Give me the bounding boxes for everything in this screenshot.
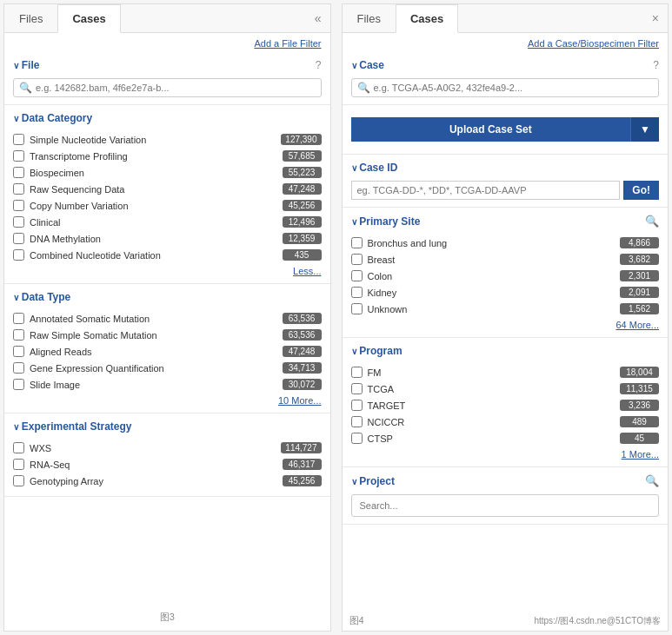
program-checkbox-3[interactable]: [351, 416, 363, 427]
program-item-1: TCGA 11,315: [351, 380, 660, 397]
case-section-title[interactable]: Case: [351, 59, 384, 71]
data-category-less-link[interactable]: Less...: [13, 263, 322, 276]
data-type-checkbox-0[interactable]: [13, 313, 24, 324]
primary-site-title[interactable]: Primary Site: [351, 215, 421, 228]
data-type-section: Data Type Annotated Somatic Mutation 63,…: [4, 284, 330, 413]
primary-site-checkbox-2[interactable]: [351, 270, 363, 281]
case-id-go-button[interactable]: Go!: [623, 181, 659, 200]
file-section-title[interactable]: File: [13, 59, 39, 71]
data-type-checkbox-4[interactable]: [13, 379, 24, 390]
left-tab-cases[interactable]: Cases: [57, 4, 120, 33]
primary-site-label-2: Colon: [368, 271, 621, 281]
data-type-count-0: 63,536: [283, 313, 322, 324]
data-category-label-3: Raw Sequencing Data: [30, 184, 283, 195]
add-file-filter-link[interactable]: Add a File Filter: [4, 33, 330, 52]
data-type-item-1: Raw Simple Somatic Mutation 63,536: [13, 327, 322, 343]
data-category-count-0: 127,390: [281, 134, 321, 145]
exp-strategy-item-0: WXS 114,727: [13, 440, 322, 456]
data-category-label-2: Biospecimen: [30, 168, 283, 178]
primary-site-checkbox-1[interactable]: [351, 254, 363, 265]
data-category-checkbox-7[interactable]: [13, 249, 24, 261]
right-collapse-icon[interactable]: ×: [643, 4, 668, 32]
case-search-input[interactable]: [374, 83, 654, 93]
add-case-filter-link[interactable]: Add a Case/Biospecimen Filter: [343, 33, 669, 52]
case-search-icon: 🔍: [357, 82, 370, 94]
upload-dropdown-arrow[interactable]: ▼: [630, 117, 659, 142]
right-tabs: Files Cases ×: [343, 4, 669, 33]
data-category-checkbox-2[interactable]: [13, 167, 24, 178]
project-search-icon[interactable]: 🔍: [645, 474, 659, 487]
upload-case-set-button[interactable]: Upload Case Set: [351, 117, 631, 142]
data-type-count-1: 63,536: [283, 329, 322, 341]
program-checkbox-0[interactable]: [351, 367, 363, 378]
primary-site-checkbox-3[interactable]: [351, 287, 363, 298]
data-type-checkbox-2[interactable]: [13, 346, 24, 357]
primary-site-checkbox-0[interactable]: [351, 237, 363, 248]
project-title[interactable]: Project: [351, 475, 395, 487]
file-section: File ? 🔍: [4, 52, 330, 105]
data-type-title[interactable]: Data Type: [13, 291, 70, 303]
exp-strategy-checkbox-1[interactable]: [13, 459, 24, 470]
experimental-strategy-section: Experimental Strategy WXS 114,727 RNA-Se…: [4, 413, 330, 497]
case-help-icon[interactable]: ?: [653, 59, 659, 71]
program-section: Program FM 18,004 TCGA 11,315 TARGET 3,2…: [343, 338, 669, 467]
primary-site-header: Primary Site 🔍: [351, 215, 660, 228]
exp-strategy-label-2: Genotyping Array: [30, 476, 283, 486]
case-id-input[interactable]: [351, 181, 621, 200]
program-checkbox-2[interactable]: [351, 400, 363, 411]
data-category-title[interactable]: Data Category: [13, 112, 92, 124]
project-search-input[interactable]: [357, 498, 654, 513]
program-item-3: NCICCR 489: [351, 413, 660, 430]
data-type-item-2: Aligned Reads 47,248: [13, 343, 322, 360]
experimental-strategy-title[interactable]: Experimental Strategy: [13, 420, 132, 433]
data-category-count-7: 435: [283, 249, 322, 261]
data-type-checkbox-1[interactable]: [13, 329, 24, 341]
program-count-2: 3,236: [620, 400, 659, 411]
program-item-4: CTSP 45: [351, 430, 660, 446]
data-type-label-4: Slide Image: [30, 380, 283, 390]
case-id-section: Case ID Go!: [343, 155, 669, 208]
primary-site-item-2: Colon 2,301: [351, 268, 660, 284]
left-tab-files[interactable]: Files: [4, 4, 57, 33]
primary-site-label-3: Kidney: [368, 288, 621, 298]
primary-site-label-0: Bronchus and lung: [368, 238, 621, 248]
data-type-checkbox-3[interactable]: [13, 362, 24, 374]
data-category-checkbox-5[interactable]: [13, 216, 24, 228]
primary-site-more-link[interactable]: 64 More...: [351, 317, 660, 330]
data-category-label-4: Copy Number Variation: [30, 201, 283, 211]
data-type-count-2: 47,248: [283, 346, 322, 357]
right-tab-cases[interactable]: Cases: [396, 4, 458, 33]
file-help-icon[interactable]: ?: [316, 59, 322, 71]
data-category-checkbox-3[interactable]: [13, 183, 24, 195]
exp-strategy-checkbox-0[interactable]: [13, 442, 24, 453]
data-category-item-6: DNA Methylation 12,359: [13, 230, 322, 247]
data-category-checkbox-0[interactable]: [13, 134, 24, 145]
program-checkbox-1[interactable]: [351, 383, 363, 394]
data-type-label-2: Aligned Reads: [30, 347, 283, 357]
experimental-strategy-header: Experimental Strategy: [13, 420, 322, 433]
program-title[interactable]: Program: [351, 345, 403, 357]
program-checkbox-4[interactable]: [351, 433, 363, 444]
primary-site-item-1: Breast 3,682: [351, 251, 660, 268]
data-category-checkbox-1[interactable]: [13, 150, 24, 162]
exp-strategy-checkbox-2[interactable]: [13, 475, 24, 486]
case-section: Case ? 🔍: [343, 52, 669, 105]
left-collapse-icon[interactable]: «: [306, 4, 330, 32]
right-tab-files[interactable]: Files: [343, 4, 396, 33]
data-category-checkbox-4[interactable]: [13, 200, 24, 211]
program-more-link[interactable]: 1 More...: [351, 446, 660, 460]
primary-site-count-1: 3,682: [620, 254, 659, 265]
data-category-checkbox-6[interactable]: [13, 233, 24, 244]
data-type-more-link[interactable]: 10 More...: [13, 393, 322, 406]
primary-site-checkbox-4[interactable]: [351, 303, 363, 314]
primary-site-item-4: Unknown 1,562: [351, 301, 660, 317]
left-bottom-label: 图3: [4, 604, 330, 631]
exp-strategy-item-2: Genotyping Array 45,256: [13, 473, 322, 489]
primary-site-label-1: Breast: [368, 255, 621, 265]
data-category-label-6: DNA Methylation: [30, 234, 283, 244]
file-search-icon: 🔍: [19, 82, 32, 94]
primary-site-search-icon[interactable]: 🔍: [645, 215, 659, 228]
file-search-input[interactable]: [36, 83, 316, 93]
case-id-title[interactable]: Case ID: [351, 162, 398, 174]
data-category-count-4: 45,256: [283, 200, 322, 211]
